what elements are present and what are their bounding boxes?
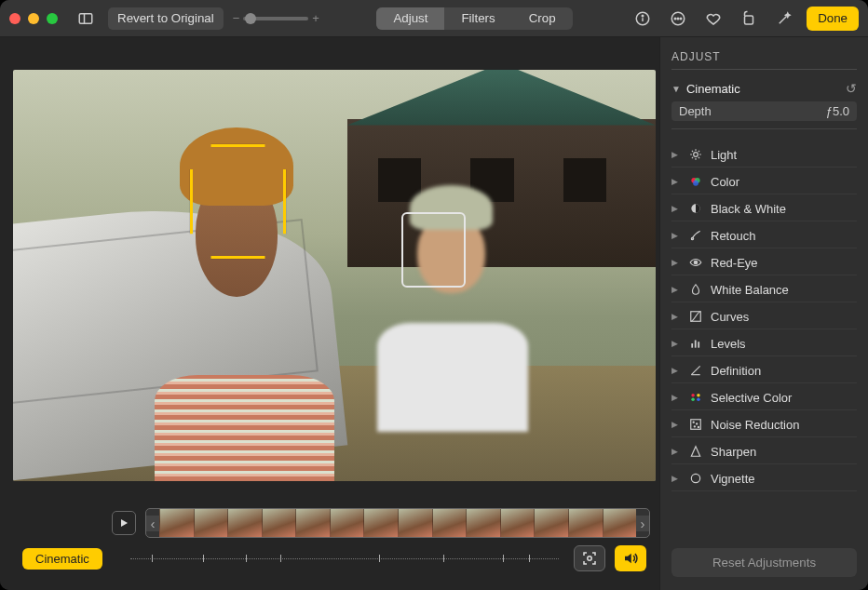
focus-mode-button[interactable] <box>574 545 605 571</box>
adjustment-bw[interactable]: ▶Black & White <box>671 196 857 221</box>
bw-icon <box>688 201 703 216</box>
svg-point-22 <box>693 181 698 186</box>
chevron-right-icon: ▶ <box>671 150 681 159</box>
chevron-right-icon: ▶ <box>671 177 681 186</box>
viewer-panel: ‹ › Cinematic <box>0 37 659 590</box>
tab-crop[interactable]: Crop <box>512 7 573 30</box>
trim-start-handle[interactable]: ‹ <box>146 516 159 531</box>
secondary-focus-bracket[interactable] <box>401 212 466 288</box>
auto-enhance-button[interactable] <box>771 6 797 32</box>
adjustment-label: Retouch <box>711 229 755 243</box>
zoom-in-icon: + <box>312 11 319 25</box>
adjustment-selcol[interactable]: ▶Selective Color <box>671 385 857 410</box>
sharpen-icon <box>688 444 703 459</box>
sidebar-toggle-button[interactable] <box>73 6 99 32</box>
adjustment-label: Vignette <box>711 472 754 486</box>
svg-line-17 <box>698 157 699 158</box>
volume-button[interactable] <box>615 545 646 571</box>
reset-adjustments-button[interactable]: Reset Adjustments <box>671 548 857 577</box>
adjustment-label: Selective Color <box>711 391 792 405</box>
toolbar: Revert to Original − + Adjust Filters Cr… <box>0 0 868 37</box>
svg-point-30 <box>691 394 695 397</box>
svg-point-25 <box>694 261 698 264</box>
adjust-sidebar: ADJUST ▼ Cinematic ↺ Depth ƒ5.0 ▶Light▶C… <box>659 37 868 590</box>
chevron-right-icon: ▶ <box>671 231 681 240</box>
adjustment-label: Definition <box>711 364 761 378</box>
adjustment-label: Red-Eye <box>711 256 758 270</box>
redeye-icon <box>688 255 703 270</box>
zoom-window-button[interactable] <box>47 13 58 24</box>
chevron-right-icon: ▶ <box>671 312 681 321</box>
levels-icon <box>688 336 703 351</box>
cinematic-toggle-button[interactable]: Cinematic <box>22 548 102 570</box>
color-icon <box>688 174 703 189</box>
depth-label: Depth <box>679 104 712 118</box>
svg-line-19 <box>698 151 699 152</box>
curves-icon <box>688 309 703 324</box>
svg-point-4 <box>642 15 644 17</box>
adjustments-list: ▶Light▶Color▶Black & White▶Retouch▶Red-E… <box>671 142 857 491</box>
video-timeline[interactable]: ‹ › <box>145 508 650 538</box>
trim-end-handle[interactable]: › <box>636 516 649 531</box>
adjustment-defn[interactable]: ▶Definition <box>671 358 857 383</box>
controls-row: Cinematic <box>13 540 656 584</box>
svg-rect-0 <box>79 13 92 23</box>
adjustment-color[interactable]: ▶Color <box>671 169 857 194</box>
zoom-track[interactable] <box>243 17 308 20</box>
chevron-right-icon: ▶ <box>671 366 681 375</box>
rotate-button[interactable] <box>736 6 762 32</box>
adjustment-light[interactable]: ▶Light <box>671 142 857 168</box>
tab-filters[interactable]: Filters <box>444 7 511 30</box>
adjustment-curves[interactable]: ▶Curves <box>671 304 857 329</box>
zoom-slider[interactable]: − + <box>233 11 319 25</box>
svg-line-16 <box>692 151 693 152</box>
cinematic-section[interactable]: ▼ Cinematic ↺ Depth ƒ5.0 <box>671 81 857 129</box>
adjustment-vignette[interactable]: ▶Vignette <box>671 466 857 491</box>
play-button[interactable] <box>112 511 136 535</box>
photo-canvas[interactable] <box>13 70 656 481</box>
adjustment-sharpen[interactable]: ▶Sharpen <box>671 439 857 464</box>
chevron-right-icon: ▶ <box>671 204 681 213</box>
minimize-window-button[interactable] <box>28 13 39 24</box>
svg-point-11 <box>694 153 698 157</box>
info-button[interactable] <box>630 6 656 32</box>
svg-point-36 <box>697 423 698 424</box>
done-button[interactable]: Done <box>807 7 859 31</box>
cinematic-reset-icon[interactable]: ↺ <box>846 81 857 96</box>
adjustment-label: White Balance <box>711 283 789 297</box>
more-button[interactable] <box>665 6 691 32</box>
adjustment-levels[interactable]: ▶Levels <box>671 331 857 356</box>
zoom-thumb[interactable] <box>245 13 256 24</box>
adjustment-label: Black & White <box>711 202 786 216</box>
chevron-right-icon: ▶ <box>671 258 681 267</box>
zoom-out-icon: − <box>233 11 240 25</box>
adjustment-retouch[interactable]: ▶Retouch <box>671 223 857 248</box>
favorite-button[interactable] <box>700 6 726 32</box>
selcol-icon <box>688 390 703 405</box>
revert-button[interactable]: Revert to Original <box>108 7 224 30</box>
tab-adjust[interactable]: Adjust <box>376 7 444 30</box>
depth-value: ƒ5.0 <box>826 104 849 118</box>
main-area: ‹ › Cinematic <box>0 37 868 590</box>
wb-icon <box>688 282 703 297</box>
svg-point-6 <box>674 18 676 20</box>
adjustment-redeye[interactable]: ▶Red-Eye <box>671 250 857 275</box>
chevron-right-icon: ▶ <box>671 285 681 294</box>
defn-icon <box>688 363 703 378</box>
adjustment-wb[interactable]: ▶White Balance <box>671 277 857 302</box>
depth-track[interactable] <box>130 547 559 570</box>
adjustment-label: Curves <box>711 310 749 324</box>
svg-line-18 <box>692 157 693 158</box>
svg-rect-9 <box>745 16 753 24</box>
chevron-right-icon: ▶ <box>671 393 681 402</box>
primary-focus-bracket[interactable] <box>190 144 287 260</box>
svg-point-33 <box>697 398 700 402</box>
chevron-right-icon: ▶ <box>671 339 681 348</box>
depth-row[interactable]: Depth ƒ5.0 <box>671 101 857 121</box>
svg-point-31 <box>697 394 700 397</box>
svg-rect-29 <box>698 342 699 347</box>
adjustment-noise[interactable]: ▶Noise Reduction <box>671 412 857 437</box>
svg-point-32 <box>691 398 695 402</box>
chevron-right-icon: ▶ <box>671 447 681 456</box>
close-window-button[interactable] <box>9 13 20 24</box>
